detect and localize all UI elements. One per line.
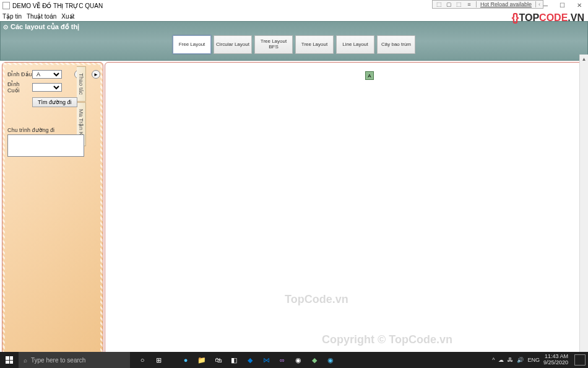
vscode-icon[interactable]: ⋈ [259, 352, 274, 368]
notifications-icon[interactable] [574, 354, 586, 366]
cortana-icon[interactable]: ○ [135, 352, 150, 368]
debug-icon[interactable]: ⬚ [455, 1, 464, 8]
windows-taskbar: ⌕ Type here to search ○ ⊞ ● 📁 🛍 ◧ ◆ ⋈ ∞ … [0, 352, 588, 368]
left-panel: ◄ ► Thao tác Ma Trận Kề Đỉnh Đầu A Đỉnh … [2, 62, 103, 358]
search-icon: ⌕ [24, 357, 27, 364]
cycle-output [7, 134, 84, 157]
watermark-copyright: Copyright © TopCode.vn [322, 333, 452, 346]
taskbar-search[interactable]: ⌕ Type here to search [19, 352, 130, 368]
edge-icon[interactable]: ● [178, 352, 193, 368]
tray-clock[interactable]: 11:43 AM 9/25/2020 [543, 354, 568, 366]
debug-icon[interactable]: ≡ [465, 1, 473, 8]
tray-language[interactable]: ENG [527, 357, 540, 363]
store-icon[interactable]: 🛍 [210, 352, 225, 368]
layout-panel-header[interactable]: ⊙ Các layout của đồ thị [1, 22, 587, 32]
spanning-tree-button[interactable]: Cây bao trùm [377, 35, 415, 54]
tree-bfs-layout-button[interactable]: Tree Layout BFS [254, 35, 293, 54]
app-icon[interactable]: ◉ [323, 352, 338, 368]
maximize-button[interactable]: ☐ [553, 0, 571, 10]
chrome-icon[interactable]: ◉ [291, 352, 306, 368]
app-icon[interactable]: ◧ [227, 352, 241, 368]
tray-network-icon[interactable]: 🖧 [508, 357, 513, 363]
start-vertex-label: Đỉnh Đầu [7, 71, 32, 77]
close-button[interactable]: ✕ [571, 0, 588, 10]
debug-collapse[interactable]: ‹ [536, 1, 543, 7]
hot-reload-link[interactable]: Hot Reload available [476, 1, 536, 7]
visualstudio-icon[interactable]: ∞ [275, 352, 290, 368]
window-controls: — ☐ ✕ [536, 0, 588, 10]
app-icon[interactable]: ◆ [243, 352, 257, 368]
watermark: TopCode.vn [285, 293, 348, 306]
tray-volume-icon[interactable]: 🔊 [517, 357, 524, 363]
menu-file[interactable]: Tập tin [2, 13, 22, 20]
menu-bar: Tập tin Thuật toán Xuất [0, 11, 588, 21]
menu-export[interactable]: Xuất [61, 13, 74, 20]
search-placeholder: Type here to search [31, 357, 85, 364]
tray-chevron-icon[interactable]: ^ [492, 357, 495, 363]
layout-buttons-row: Free Layout Circular Layout Tree Layout … [1, 32, 587, 60]
start-vertex-select[interactable]: A [32, 70, 62, 79]
topcode-logo: {} TOPCODE.VN [511, 11, 584, 24]
scroll-up[interactable]: ▲ [580, 55, 588, 63]
vertical-scrollbar[interactable]: ▲ [579, 55, 588, 352]
explorer-icon[interactable]: 📁 [194, 352, 209, 368]
start-button[interactable] [0, 352, 19, 368]
app-icon [2, 2, 10, 9]
debug-icon[interactable]: ▢ [445, 1, 454, 8]
debug-icon[interactable]: ⬚ [435, 1, 444, 8]
menu-algorithm[interactable]: Thuật toán [27, 13, 56, 20]
free-layout-button[interactable]: Free Layout [173, 35, 211, 54]
collapse-icon[interactable]: ⊙ [3, 24, 8, 30]
main-area: ◄ ► Thao tác Ma Trận Kề Đỉnh Đầu A Đỉnh … [0, 61, 588, 359]
vs-debug-toolbar: ⬚ ▢ ⬚ ≡ Hot Reload available ‹ [432, 0, 543, 9]
end-vertex-label: Đỉnh Cuối [7, 81, 32, 94]
tree-layout-button[interactable]: Tree Layout [295, 35, 334, 54]
taskview-icon[interactable]: ⊞ [151, 352, 166, 368]
circular-layout-button[interactable]: Circular Layout [214, 35, 252, 54]
line-layout-button[interactable]: Line Layout [336, 35, 374, 54]
find-path-button[interactable]: Tìm đường đi [32, 97, 77, 107]
graph-canvas[interactable]: A TopCode.vn Copyright © TopCode.vn [105, 62, 586, 358]
layout-panel: ⊙ Các layout của đồ thị Free Layout Circ… [0, 21, 588, 61]
graph-node-a[interactable]: A [365, 71, 374, 80]
end-vertex-select[interactable] [32, 83, 62, 92]
layout-panel-title: Các layout của đồ thị [11, 23, 79, 31]
system-tray: ^ ☁ 🖧 🔊 ENG 11:43 AM 9/25/2020 [492, 354, 588, 366]
tray-cloud-icon[interactable]: ☁ [498, 357, 504, 363]
window-title: DEMO VẼ ĐỒ THỊ TRỰC QUAN [12, 2, 103, 9]
app-icon[interactable]: ◆ [307, 352, 322, 368]
cycle-label: Chu trình đường đi [7, 127, 98, 133]
